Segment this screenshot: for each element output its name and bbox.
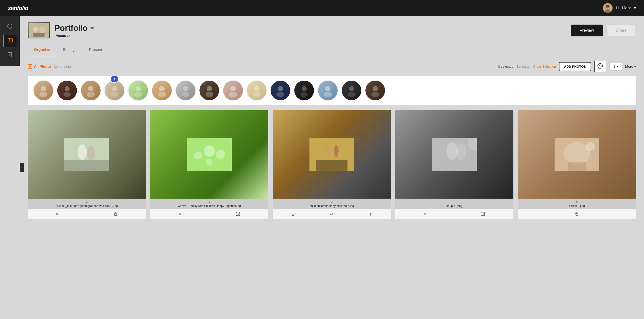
svg-point-33 [136,86,141,91]
svg-point-34 [134,92,142,97]
photo-card[interactable]: 2 Canva - Family with Children Happy Tog… [150,110,268,219]
face-item[interactable] [294,80,314,101]
sidebar-item-photos[interactable] [3,35,16,47]
download-action-icon[interactable]: ⬇ [368,211,373,218]
svg-point-61 [194,151,202,159]
face-item[interactable] [128,80,148,101]
svg-point-41 [230,86,236,91]
face-strip [33,80,630,101]
svg-point-32 [111,92,118,97]
photo-card[interactable]: 1 680903_look-for-a-photographer-who-can… [28,110,146,219]
share-button[interactable]: Share [606,24,636,36]
svg-rect-7 [8,39,12,42]
photo-actions: ✏ 🖼 [28,209,146,219]
face-strip-container: 4 [28,76,636,105]
face-item[interactable] [152,80,172,101]
svg-point-51 [349,86,354,91]
edit-title-icon[interactable]: ✏ [90,25,94,31]
edit-action-icon[interactable]: ✏ [178,211,183,218]
svg-point-43 [254,86,259,91]
sidebar [0,16,20,66]
sidebar-item-pages[interactable] [3,49,16,62]
face-item[interactable] [104,80,125,101]
face-item[interactable] [318,80,338,101]
face-item[interactable] [80,80,101,101]
tabs-bar: Organize Settings Present [28,44,636,56]
image-action-icon[interactable]: 🖼 [113,211,118,218]
sort-dropdown-arrow: ▾ [617,65,618,68]
photo-actions: ⊞ ↵ ⬇ [273,209,391,219]
svg-point-27 [64,86,70,91]
tab-settings[interactable]: Settings [56,44,83,56]
photos-icon [8,37,13,45]
face-item[interactable] [223,80,243,101]
face-item[interactable] [33,80,54,101]
svg-point-52 [348,92,355,97]
image-action-icon[interactable]: 🖼 [480,211,486,218]
select-all-button[interactable]: Select all [516,64,530,68]
photo-filename: couple2.png [518,204,636,209]
more-arrow-icon: ▾ [634,64,636,69]
svg-rect-75 [568,162,586,171]
edit-action-icon[interactable]: ✏ [55,211,60,218]
photo-filename: 680903_look-for-a-photographer-who-can-.… [28,204,146,209]
portfolio-header-left: Portfolio ✏ Photos 14 [28,22,94,38]
user-area[interactable]: Hi, Mark ▾ [603,3,636,13]
photo-number: 2 [150,199,268,204]
add-collection-action-icon[interactable]: ⊞ [290,211,296,218]
svg-point-29 [88,86,94,91]
user-greeting[interactable]: Hi, Mark [616,6,631,10]
photo-card[interactable]: 3 child-childrens-baby-children-s.jpg ⊞ … [273,110,391,219]
more-button[interactable]: More ▾ [625,64,636,69]
toolbar: All Photos (14 photos) 0 selected Select… [28,61,636,72]
photo-number: 4 [395,199,514,204]
svg-point-54 [372,92,379,97]
all-photos-icon [28,64,32,69]
add-photos-button[interactable]: ADD PHOTOS [559,62,591,71]
all-photos-label: All Photos [28,64,52,69]
image-action-icon[interactable]: 🖼 [235,211,241,218]
move-action-icon[interactable]: ↵ [329,211,334,218]
photo-card[interactable]: 5 couple2.png 🗑 [518,110,636,219]
sidebar-collapse-btn[interactable]: ‹ [20,163,24,172]
face-item[interactable] [365,80,386,101]
svg-point-28 [64,92,71,97]
svg-point-62 [216,150,225,159]
preview-button[interactable]: Preview [571,24,603,36]
svg-point-35 [159,86,164,91]
face-item[interactable] [199,80,220,101]
svg-point-45 [278,86,283,91]
svg-point-46 [276,92,284,97]
main-content: Portfolio ✏ Photos 14 Preview Share Orga… [20,16,644,319]
face-item[interactable] [246,80,267,101]
face-item[interactable] [270,80,291,101]
edit-action-icon[interactable]: ✏ [422,211,428,218]
dropdown-arrow[interactable]: ▾ [634,5,636,10]
svg-point-30 [87,92,95,97]
photo-filename: child-childrens-baby-children-s.jpg [273,204,391,209]
svg-point-38 [182,92,189,97]
photo-actions: 🗑 [518,209,636,219]
photo-actions: ✏ 🖼 [150,209,268,219]
face-item[interactable] [57,80,77,101]
photo-thumbnail [28,110,146,199]
sidebar-item-dashboard[interactable] [3,20,16,33]
tab-organize[interactable]: Organize [28,44,56,56]
svg-point-26 [39,92,48,97]
photo-thumbnail [150,110,268,199]
photo-card[interactable]: 4 couple1.png ✏ 🖼 [395,110,514,219]
clear-selection-button[interactable]: Clear Selection [533,64,556,68]
svg-point-50 [324,92,332,97]
svg-point-66 [334,145,338,157]
face-recognition-button[interactable] [594,61,606,72]
photo-filename: couple1.png [395,204,514,209]
svg-point-37 [183,86,188,91]
dashboard-icon [7,23,13,30]
face-item[interactable] [341,80,362,101]
delete-action-icon[interactable]: 🗑 [574,211,580,217]
svg-point-25 [41,86,46,91]
svg-point-23 [599,65,600,66]
tab-present[interactable]: Present [83,44,108,56]
face-item[interactable] [175,80,196,101]
sort-button[interactable]: ⇅ ▾ [609,62,622,71]
